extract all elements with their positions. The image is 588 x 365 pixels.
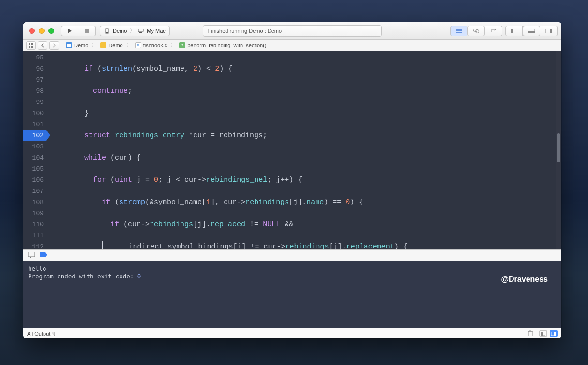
toggle-utilities-button[interactable] [540,26,558,36]
line-number: 106 [23,175,46,186]
console-line: hello [28,265,557,273]
line-number: 99 [23,97,46,108]
toggle-debug-area-button[interactable] [523,26,540,36]
run-stop-group [61,26,96,36]
svg-rect-4 [138,29,143,32]
scrollbar-thumb[interactable] [557,133,560,162]
debug-console[interactable]: hello Program ended with exit code: 0 @D… [23,261,561,328]
assistant-editor-button[interactable] [467,26,485,36]
line-number: 101 [23,119,46,130]
version-editor-button[interactable] [485,26,502,36]
line-number: 96 [23,63,46,74]
standard-editor-button[interactable] [450,26,467,36]
scheme-selector[interactable]: Demo 〉 My Mac [100,26,170,36]
debug-bar [23,249,561,261]
code-editor[interactable]: 95 96 97 98 99 100 101 102 103 104 105 1… [23,51,561,249]
scheme-target: Demo [113,28,127,34]
clear-console-button[interactable] [528,330,533,337]
scheme-device: My Mac [147,28,166,34]
line-number: 110 [23,219,46,230]
line-number: 111 [23,230,46,241]
back-button[interactable] [38,41,47,50]
code-area[interactable]: if (strnlen(symbol_name, 2) < 2) { conti… [46,51,561,249]
breadcrumb-project[interactable]: Demo [65,42,89,48]
code-line: if (strcmp(&symbol_name[1], cur->rebindi… [46,197,561,208]
chevron-right-icon: 〉 [91,42,97,49]
svg-marker-24 [40,252,47,257]
toggle-navigator-button[interactable] [505,26,523,36]
svg-rect-5 [139,32,142,33]
forward-button[interactable] [49,41,59,50]
breadcrumb-file[interactable]: c fishhook.c [134,42,168,48]
line-number: 112 [23,241,46,249]
breadcrumb-label: Demo [108,43,122,48]
line-number-current[interactable]: 102 [23,130,46,141]
line-number: 105 [23,163,46,175]
activity-status: Finished running Demo : Demo [203,25,382,37]
code-line: if (strnlen(symbol_name, 2) < 2) { [46,63,561,74]
svg-rect-14 [528,31,535,33]
mac-icon [138,28,144,34]
line-number: 109 [23,208,46,219]
line-gutter: 95 96 97 98 99 100 101 102 103 104 105 1… [23,51,46,249]
console-pane-toggle [536,330,558,337]
svg-rect-12 [511,29,513,33]
svg-rect-29 [541,332,543,336]
xcode-window: Demo 〉 My Mac Finished running Demo : De… [23,22,561,338]
window-controls [27,28,57,34]
breadcrumb-folder[interactable]: Demo [99,42,123,48]
function-icon: f [179,42,185,48]
line-number: 103 [23,141,46,152]
line-number: 98 [23,86,46,97]
svg-rect-18 [31,43,33,45]
console-toggle-button[interactable] [28,252,35,259]
code-line: while (cur) { [46,152,561,163]
watermark-text: @Draveness [501,276,548,283]
breadcrumb-symbol[interactable]: f perform_rebinding_with_section() [178,42,267,48]
svg-rect-20 [31,46,33,48]
svg-rect-23 [28,252,35,257]
console-pane-button[interactable] [550,330,558,337]
line-number: 97 [23,74,46,86]
svg-rect-25 [528,331,532,336]
svg-rect-19 [29,46,30,48]
output-filter-dropdown[interactable]: All Output ⇅ [27,331,56,336]
c-file-icon: c [135,42,141,48]
stop-button[interactable] [78,26,96,36]
svg-marker-0 [68,29,72,33]
minimize-icon[interactable] [39,28,45,34]
console-line: Program ended with exit code: 0 [28,273,557,280]
run-button[interactable] [61,26,78,36]
svg-rect-21 [67,44,71,47]
svg-rect-1 [85,29,89,33]
line-number: 100 [23,108,46,119]
vertical-scrollbar[interactable] [556,51,561,249]
svg-rect-16 [550,29,552,33]
code-line: } [46,108,561,119]
close-icon[interactable] [29,28,35,34]
console-footer: All Output ⇅ [23,328,561,338]
chevron-right-icon: 〉 [130,27,135,34]
chevron-right-icon: 〉 [126,42,132,49]
line-number: 108 [23,197,46,208]
folder-icon [100,42,106,48]
breakpoint-indicator-icon[interactable] [40,252,47,259]
output-filter-label: All Output [27,331,50,336]
breadcrumb-label: perform_rebinding_with_section() [187,43,266,48]
project-icon [66,42,72,48]
jump-bar: Demo 〉 Demo 〉 c fishhook.c 〉 f perform_r… [23,40,561,51]
variables-pane-button[interactable] [539,330,547,337]
zoom-icon[interactable] [48,28,54,34]
text-cursor [102,241,103,249]
line-number: 95 [23,52,46,63]
breadcrumb-label: fishhook.c [143,43,167,48]
line-number: 104 [23,152,46,163]
titlebar: Demo 〉 My Mac Finished running Demo : De… [23,22,561,40]
breadcrumb-label: Demo [74,43,88,48]
related-items-button[interactable] [26,41,36,50]
code-line: indirect_symbol_bindings[i] != cur->rebi… [46,241,561,249]
svg-point-9 [474,29,477,32]
svg-rect-31 [554,332,556,336]
updown-icon: ⇅ [52,332,56,336]
svg-rect-3 [106,32,108,33]
